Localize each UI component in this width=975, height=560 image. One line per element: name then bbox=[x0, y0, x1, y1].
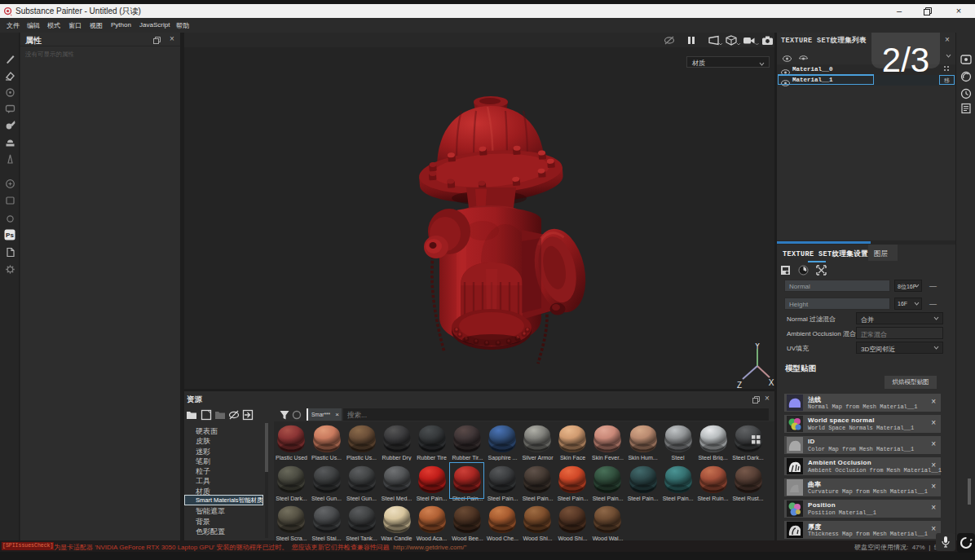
svg-text:X: X bbox=[769, 378, 774, 387]
svg-text:Y: Y bbox=[755, 343, 761, 351]
svg-text:Ps: Ps bbox=[6, 231, 14, 239]
